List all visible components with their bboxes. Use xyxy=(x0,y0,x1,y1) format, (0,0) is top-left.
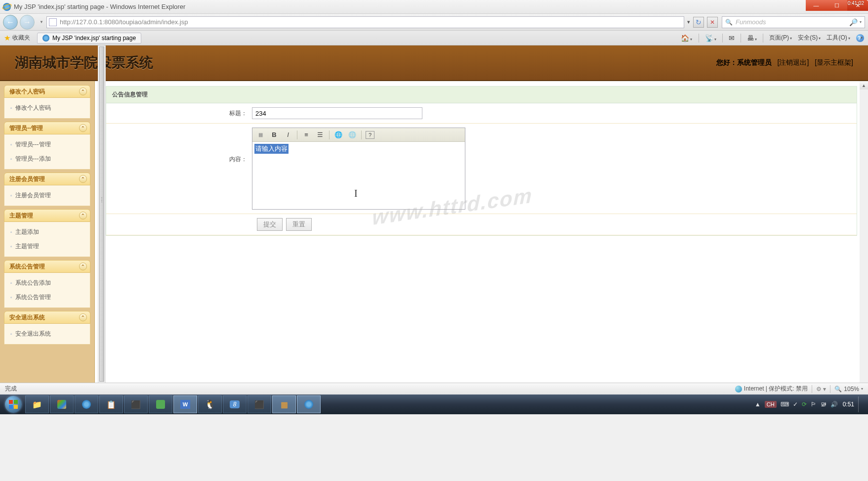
sidebar-head-topic[interactable]: 主题管理 ⌃ xyxy=(4,209,90,222)
print-button[interactable]: 🖶 xyxy=(747,34,757,42)
editor-toolbar: ▦ B I ≡ ☰ 🌐 🌐 ? xyxy=(252,128,465,142)
zoom-level[interactable]: 105% xyxy=(844,386,859,393)
unlink-button[interactable]: 🌐 xyxy=(347,130,357,140)
task-button-ie[interactable] xyxy=(75,395,98,413)
task-button-word[interactable]: W xyxy=(173,395,197,413)
task-button-app6[interactable]: ⬛ xyxy=(248,395,271,413)
tray-network-icon[interactable]: 🖳 xyxy=(821,401,827,408)
task-button-app7[interactable]: ▦ xyxy=(272,395,296,413)
title-input[interactable] xyxy=(252,107,422,119)
forward-button[interactable]: → xyxy=(20,15,35,30)
safety-menu[interactable]: 安全(S) xyxy=(798,34,821,42)
source-button[interactable]: ▦ xyxy=(255,130,265,140)
task-button-ie2[interactable] xyxy=(297,395,321,413)
bold-button[interactable]: B xyxy=(269,130,279,140)
search-go-icon[interactable]: 🔎 xyxy=(849,18,858,26)
ordered-list-button[interactable]: ≡ xyxy=(301,130,311,140)
sidebar-head-password[interactable]: 修改个人密码 ⌃ xyxy=(4,85,90,98)
window-title: My JSP 'index.jsp' starting page - Windo… xyxy=(14,3,185,10)
protected-mode-icon[interactable]: ⚙ ▾ xyxy=(816,386,826,393)
minimize-button[interactable]: — xyxy=(806,0,827,11)
site-banner: 湖南城市学院投票系统 您好：系统管理员 [注销退出] [显示主框架] xyxy=(0,45,868,81)
scroll-up-icon[interactable]: ▲ xyxy=(860,81,868,89)
task-button-app2[interactable]: ⬛ xyxy=(124,395,148,413)
stop-button[interactable]: ✕ xyxy=(707,17,718,28)
back-button[interactable]: ← xyxy=(3,15,18,30)
favorites-star-icon[interactable]: ★ xyxy=(4,34,10,43)
browser-tab[interactable]: My JSP 'index.jsp' starting page xyxy=(37,33,141,44)
show-frame-link[interactable]: [显示主框架] xyxy=(815,58,853,66)
mail-button[interactable]: ✉ xyxy=(729,34,735,42)
ime-indicator[interactable]: CH xyxy=(765,401,777,408)
sidebar-item-admin-add[interactable]: 管理员---添加 xyxy=(4,152,90,166)
tray-sync-icon[interactable]: ✓ xyxy=(793,401,798,408)
task-button-app1[interactable]: 📋 xyxy=(99,395,123,413)
show-desktop-button[interactable] xyxy=(858,396,862,412)
task-button-app5[interactable]: 8 xyxy=(223,395,247,413)
task-button-qq[interactable]: 🐧 xyxy=(198,395,222,413)
search-dropdown-icon[interactable]: ▾ xyxy=(860,20,862,24)
main-scrollbar[interactable]: ▲ xyxy=(860,81,868,383)
home-button[interactable]: 🏠 xyxy=(681,34,692,42)
submit-button[interactable]: 提交 xyxy=(257,218,283,231)
maximize-button[interactable]: ☐ xyxy=(827,0,847,11)
reset-button[interactable]: 重置 xyxy=(286,218,312,231)
editor-body[interactable]: 请输入内容 xyxy=(252,142,465,209)
sidebar-body: 管理员---管理 管理员---添加 xyxy=(4,134,90,170)
sidebar-item-member-manage[interactable]: 注册会员管理 xyxy=(4,188,90,203)
help-button[interactable]: ? xyxy=(856,34,864,42)
sidebar-item-topic-add[interactable]: 主题添加 xyxy=(4,225,90,239)
sidebar-head-admin[interactable]: 管理员--管理 ⌃ xyxy=(4,122,90,134)
zoom-dropdown-icon[interactable]: ▾ xyxy=(861,387,863,391)
logout-link[interactable]: [注销退出] xyxy=(778,58,809,66)
compat-dropdown-icon[interactable]: ▾ xyxy=(687,19,690,25)
sidebar-item-notice-add[interactable]: 系统公告添加 xyxy=(4,276,90,290)
task-button-app3[interactable] xyxy=(149,395,172,413)
text-cursor-icon: I xyxy=(354,188,358,199)
history-dropdown-icon[interactable]: ▼ xyxy=(40,20,43,24)
window-title-bar: My JSP 'index.jsp' starting page - Windo… xyxy=(0,0,868,14)
search-placeholder: Funmoods xyxy=(736,18,849,26)
sidebar-item-notice-manage[interactable]: 系统公告管理 xyxy=(4,290,90,305)
sidebar-body: 修改个人密码 xyxy=(4,98,90,119)
favorites-label[interactable]: 收藏夹 xyxy=(12,34,30,42)
page-menu[interactable]: 页面(P) xyxy=(769,34,792,42)
search-bar[interactable]: 🔍 Funmoods 🔎 ▾ xyxy=(722,16,865,28)
refresh-button[interactable]: ↻ xyxy=(693,17,704,28)
collapse-icon[interactable]: ⌃ xyxy=(79,212,87,219)
collapse-icon[interactable]: ⌃ xyxy=(79,313,87,321)
collapse-icon[interactable]: ⌃ xyxy=(79,175,87,183)
tray-keyboard-icon[interactable]: ⌨ xyxy=(781,401,789,408)
collapse-icon[interactable]: ⌃ xyxy=(79,87,87,95)
address-bar[interactable]: http://127.0.0.1:8080/toupiao/admin/inde… xyxy=(46,16,684,28)
tray-flag-icon[interactable]: 🏳 xyxy=(811,401,817,408)
italic-button[interactable]: I xyxy=(283,130,293,140)
status-done: 完成 xyxy=(5,385,17,393)
sidebar-head-label: 主题管理 xyxy=(9,212,33,220)
sidebar-item-topic-manage[interactable]: 主题管理 xyxy=(4,239,90,254)
tools-menu[interactable]: 工具(O) xyxy=(827,34,850,42)
collapse-icon[interactable]: ⌃ xyxy=(79,262,87,270)
tray-volume-icon[interactable]: 🔊 xyxy=(830,401,838,408)
zoom-icon[interactable]: 🔍 xyxy=(834,386,842,393)
task-button-1[interactable]: 📁 xyxy=(25,395,49,413)
collapse-icon[interactable]: ⌃ xyxy=(79,124,87,132)
sidebar-block-admin: 管理员--管理 ⌃ 管理员---管理 管理员---添加 xyxy=(4,122,90,170)
task-button-2[interactable] xyxy=(50,395,74,413)
sidebar-head-member[interactable]: 注册会员管理 ⌃ xyxy=(4,173,90,185)
feeds-button[interactable]: 📡 xyxy=(705,34,716,42)
tray-expand-icon[interactable]: ▲ xyxy=(755,401,761,408)
sidebar-head-exit[interactable]: 安全退出系统 ⌃ xyxy=(4,311,90,324)
toolbar-separator xyxy=(329,131,330,139)
help-button[interactable]: ? xyxy=(366,131,374,139)
sidebar-item-exit[interactable]: 安全退出系统 xyxy=(4,327,90,341)
start-button[interactable] xyxy=(2,395,25,413)
status-right: Internet | 保护模式: 禁用 ⚙ ▾ 🔍 105% ▾ xyxy=(735,385,863,393)
sidebar-item-change-password[interactable]: 修改个人密码 xyxy=(4,101,90,115)
sidebar-head-notice[interactable]: 系统公告管理 ⌃ xyxy=(4,260,90,273)
sidebar-item-admin-manage[interactable]: 管理员---管理 xyxy=(4,137,90,152)
link-button[interactable]: 🌐 xyxy=(333,130,343,140)
unordered-list-button[interactable]: ☰ xyxy=(315,130,325,140)
tray-clock[interactable]: 0:51 xyxy=(843,401,854,408)
tray-process-icon[interactable]: ⟳ xyxy=(802,401,807,408)
